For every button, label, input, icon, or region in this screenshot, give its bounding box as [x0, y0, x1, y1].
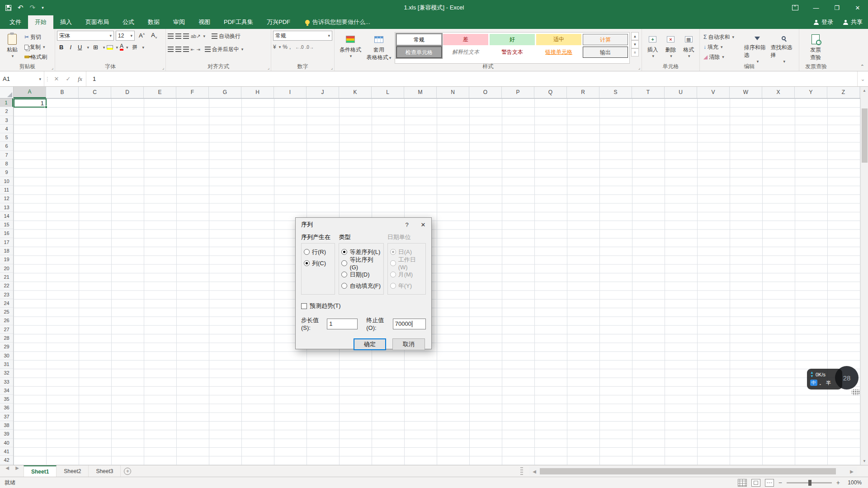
- tab-视图[interactable]: 视图: [192, 15, 217, 29]
- column-header-H[interactable]: H: [241, 87, 274, 98]
- ime-width-toggle[interactable]: 半: [826, 380, 831, 386]
- row-header-26[interactable]: 26: [0, 316, 13, 325]
- number-format-combo[interactable]: 常规▾: [273, 31, 332, 41]
- row-header-42[interactable]: 42: [0, 456, 13, 465]
- horizontal-scrollbar[interactable]: ◀ ▶: [529, 467, 857, 476]
- column-header-A[interactable]: A: [14, 87, 46, 98]
- cell-style-警告文本[interactable]: 警告文本: [490, 47, 535, 58]
- fill-button[interactable]: ↓填充▾: [702, 42, 744, 52]
- tell-me-box[interactable]: 告诉我您想要做什么...: [305, 15, 370, 29]
- column-header-M[interactable]: M: [404, 87, 437, 98]
- maximize-button[interactable]: ❐: [826, 0, 847, 15]
- column-header-Z[interactable]: Z: [827, 87, 860, 98]
- accounting-format-button[interactable]: ¥: [273, 44, 276, 50]
- borders-button[interactable]: ⊞: [91, 44, 100, 51]
- cell-style-输出[interactable]: 输出: [583, 47, 628, 58]
- tab-页面布局[interactable]: 页面布局: [79, 15, 116, 29]
- row-header-23[interactable]: 23: [0, 291, 13, 299]
- conditional-formatting-button[interactable]: 条件格式▾: [336, 30, 364, 64]
- tab-插入[interactable]: 插入: [53, 15, 79, 29]
- trend-checkbox[interactable]: [301, 303, 307, 309]
- font-color-icon[interactable]: A: [120, 44, 123, 51]
- row-header-22[interactable]: 22: [0, 282, 13, 290]
- collapse-ribbon-icon[interactable]: ⌃: [860, 64, 864, 70]
- cancel-entry-icon[interactable]: ✕: [51, 71, 62, 86]
- percent-style-button[interactable]: %: [283, 44, 288, 50]
- tab-公式[interactable]: 公式: [116, 15, 141, 29]
- find-select-button[interactable]: 查找和选择▾: [770, 30, 797, 64]
- format-painter-button[interactable]: 格式刷: [23, 52, 49, 62]
- row-header-6[interactable]: 6: [0, 142, 13, 150]
- zoom-slider[interactable]: [787, 482, 832, 483]
- align-middle-icon[interactable]: [175, 33, 181, 39]
- expand-formula-bar-icon[interactable]: ⌄: [857, 71, 868, 86]
- increase-font-size-button[interactable]: A˄: [137, 32, 147, 39]
- decrease-font-size-button[interactable]: A˅: [149, 32, 159, 40]
- row-header-3[interactable]: 3: [0, 116, 13, 125]
- row-header-37[interactable]: 37: [0, 413, 13, 421]
- row-header-34[interactable]: 34: [0, 386, 13, 395]
- row-header-35[interactable]: 35: [0, 395, 13, 404]
- tab-splitter-handle[interactable]: [520, 467, 523, 475]
- row-header-31[interactable]: 31: [0, 360, 13, 369]
- bold-button[interactable]: B: [57, 44, 66, 51]
- column-header-G[interactable]: G: [209, 87, 241, 98]
- invoice-check-button[interactable]: 发票 查验: [801, 30, 830, 64]
- row-header-20[interactable]: 20: [0, 264, 13, 273]
- radio-option-列(C)[interactable]: 列(C): [304, 258, 332, 269]
- row-header-11[interactable]: 11: [0, 186, 13, 194]
- row-header-17[interactable]: 17: [0, 238, 13, 247]
- radio-option-等比序列(G)[interactable]: 等比序列(G): [341, 258, 381, 269]
- trend-checkbox-row[interactable]: 预测趋势(T): [301, 302, 426, 310]
- scroll-up-icon[interactable]: ▲: [861, 87, 868, 94]
- decrease-indent-icon[interactable]: ⇤: [191, 47, 194, 52]
- row-header-40[interactable]: 40: [0, 439, 13, 447]
- tab-数据[interactable]: 数据: [141, 15, 166, 29]
- ime-language-toggle[interactable]: 中: [810, 380, 817, 386]
- underline-button[interactable]: U: [75, 44, 84, 51]
- format-cells-button[interactable]: ▦ 格式▾: [679, 30, 698, 64]
- column-header-F[interactable]: F: [176, 87, 209, 98]
- hscroll-right-icon[interactable]: ▶: [846, 469, 857, 474]
- tab-PDF工具集[interactable]: PDF工具集: [217, 15, 260, 29]
- column-header-E[interactable]: E: [144, 87, 176, 98]
- ime-pill[interactable]: ▲▼ 0K/s 中 。 半: [807, 369, 842, 389]
- row-header-36[interactable]: 36: [0, 404, 13, 412]
- sheet-tab-Sheet3[interactable]: Sheet3: [89, 465, 121, 477]
- page-break-view-icon[interactable]: [765, 479, 774, 487]
- merge-center-button[interactable]: 合并后居中▾: [203, 44, 245, 54]
- normal-view-icon[interactable]: [738, 479, 747, 487]
- row-header-21[interactable]: 21: [0, 273, 13, 282]
- alignment-dialog-launcher[interactable]: ⌟: [268, 66, 269, 70]
- dialog-help-icon[interactable]: ?: [399, 218, 415, 231]
- cell-style-解释性文本[interactable]: 解释性文本: [443, 47, 488, 58]
- tab-文件[interactable]: 文件: [3, 15, 28, 29]
- dialog-title-bar[interactable]: 序列 ? ✕: [296, 218, 431, 231]
- ok-button[interactable]: 确定: [354, 338, 386, 350]
- insert-function-icon[interactable]: fx: [74, 71, 86, 86]
- align-right-icon[interactable]: [183, 47, 189, 52]
- row-header-13[interactable]: 13: [0, 203, 13, 212]
- increase-indent-icon[interactable]: ⇥: [196, 47, 200, 52]
- enter-entry-icon[interactable]: ✓: [62, 71, 74, 86]
- customize-quick-access-icon[interactable]: ▾: [42, 0, 44, 15]
- select-all-corner[interactable]: [0, 87, 14, 98]
- spreadsheet-grid[interactable]: 1: [14, 99, 860, 465]
- vertical-scroll-thumb[interactable]: [862, 108, 868, 163]
- column-header-O[interactable]: O: [469, 87, 502, 98]
- gallery-up-icon[interactable]: ▲: [631, 32, 639, 40]
- sheet-nav-left-icon[interactable]: ◀: [2, 465, 13, 470]
- column-header-D[interactable]: D: [111, 87, 144, 98]
- cut-button[interactable]: ✂剪切: [23, 32, 49, 42]
- sort-filter-button[interactable]: 排序和筛选▾: [744, 30, 771, 64]
- clipboard-dialog-launcher[interactable]: ⌟: [52, 66, 53, 70]
- formula-input[interactable]: 1: [86, 71, 857, 86]
- dialog-close-icon[interactable]: ✕: [415, 218, 431, 231]
- decrease-decimal-button[interactable]: .0→: [306, 45, 314, 50]
- cell-style-链接单元格[interactable]: 链接单元格: [536, 47, 581, 58]
- increase-decimal-button[interactable]: ←.0: [295, 45, 303, 50]
- italic-button[interactable]: I: [67, 44, 74, 51]
- row-header-9[interactable]: 9: [0, 168, 13, 177]
- zoom-in-icon[interactable]: +: [836, 479, 840, 486]
- clear-button[interactable]: ◢清除▾: [702, 52, 744, 62]
